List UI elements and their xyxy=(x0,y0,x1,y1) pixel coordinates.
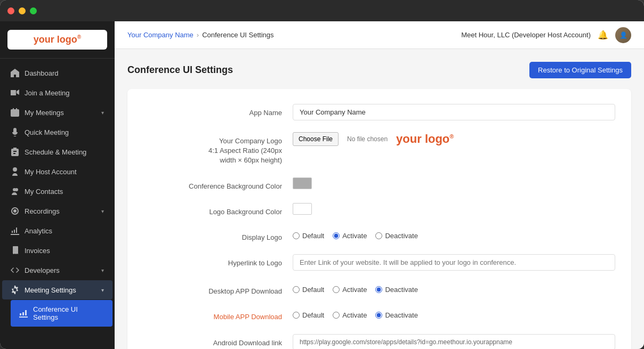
display-logo-default-label: Default xyxy=(302,232,324,240)
company-logo-label: Your Company Logo 4:1 Aspect Ratio (240p… xyxy=(143,132,282,166)
logo-text: your logo® xyxy=(34,34,81,45)
bg-color-control xyxy=(293,177,615,189)
settings-card: App Name Your Company Logo 4:1 Aspect Ra… xyxy=(127,89,631,349)
analytics-icon xyxy=(11,226,19,235)
mobile-download-default-label: Default xyxy=(302,311,324,319)
svg-point-1 xyxy=(13,209,17,213)
user-avatar[interactable]: 👤 xyxy=(615,27,631,43)
app-name-input[interactable] xyxy=(293,104,615,120)
sidebar: your logo® Dashboard Join a Meeting My M… xyxy=(0,21,115,349)
display-logo-deactivate[interactable]: Deactivate xyxy=(375,232,417,240)
display-logo-control: Default Activate Deactivate xyxy=(293,229,615,240)
mobile-download-activate[interactable]: Activate xyxy=(333,311,367,319)
minimize-button[interactable] xyxy=(19,7,26,14)
breadcrumb-current: Conference UI Settings xyxy=(202,31,273,39)
sidebar-item-conference-ui[interactable]: Conference UI Settings xyxy=(11,300,112,327)
desktop-download-activate[interactable]: Activate xyxy=(333,286,367,294)
users-icon xyxy=(11,187,19,196)
breadcrumb: Your Company Name › Conference UI Settin… xyxy=(127,31,274,39)
sidebar-label-dashboard: Dashboard xyxy=(25,69,59,77)
breadcrumb-company[interactable]: Your Company Name xyxy=(127,31,194,39)
sidebar-label-developers: Developers xyxy=(25,266,60,274)
gear-icon xyxy=(11,286,19,294)
mobile-download-activate-radio[interactable] xyxy=(333,312,340,319)
hyperlink-logo-input[interactable] xyxy=(293,254,615,271)
bg-color-row: Conference Background Color xyxy=(143,177,615,191)
sidebar-label-join-meeting: Join a Meeting xyxy=(25,89,70,97)
display-logo-default[interactable]: Default xyxy=(293,232,324,240)
sidebar-item-dashboard[interactable]: Dashboard xyxy=(2,63,112,83)
mobile-download-activate-label: Activate xyxy=(342,311,367,319)
sidebar-item-my-meetings[interactable]: My Meetings ▾ xyxy=(2,103,112,122)
sidebar-item-join-meeting[interactable]: Join a Meeting xyxy=(2,83,112,102)
sidebar-item-my-contacts[interactable]: My Contacts xyxy=(2,182,112,201)
display-logo-activate-radio[interactable] xyxy=(333,232,340,239)
hyperlink-logo-row: Hyperlink to Logo xyxy=(143,254,615,271)
user-icon xyxy=(11,167,19,176)
mobile-download-deactivate-label: Deactivate xyxy=(385,311,417,319)
app-name-row: App Name xyxy=(143,104,615,120)
logo-box: your logo® xyxy=(7,30,107,50)
page-content: Conference UI Settings Restore to Origin… xyxy=(115,49,644,349)
sidebar-label-schedule: Schedule & Meeting xyxy=(25,148,86,156)
sidebar-label-quick-meeting: Quick Meeting xyxy=(25,128,69,136)
sidebar-item-invoices[interactable]: Invoices xyxy=(2,241,112,260)
logo-label-line2: 4:1 Aspect Ratio (240px xyxy=(208,147,282,155)
desktop-download-deactivate-radio[interactable] xyxy=(375,286,382,293)
display-logo-deactivate-radio[interactable] xyxy=(375,232,382,239)
mic-icon xyxy=(11,128,19,136)
logo-bg-color-control xyxy=(293,203,615,215)
logo-label-line3: width × 60px height) xyxy=(220,156,282,164)
desktop-download-default-radio[interactable] xyxy=(293,286,300,293)
sidebar-label-host-account: My Host Account xyxy=(25,168,77,176)
mobile-download-default[interactable]: Default xyxy=(293,311,324,319)
desktop-download-deactivate[interactable]: Deactivate xyxy=(375,286,417,294)
sidebar-label-conference-ui: Conference UI Settings xyxy=(33,305,104,321)
topbar-right: Meet Hour, LLC (Developer Host Account) … xyxy=(461,27,631,43)
logo-logo: logo xyxy=(57,34,77,45)
desktop-download-activate-radio[interactable] xyxy=(333,286,340,293)
display-logo-activate-label: Activate xyxy=(342,232,367,240)
logo-control: Choose File No file chosen your logo® xyxy=(293,132,615,146)
android-link-label: Android Download link xyxy=(143,334,282,348)
app-name-control xyxy=(293,104,615,120)
desktop-download-default-label: Default xyxy=(302,286,324,294)
mobile-download-deactivate[interactable]: Deactivate xyxy=(375,311,417,319)
video-icon xyxy=(11,88,19,97)
restore-settings-button[interactable]: Restore to Original Settings xyxy=(529,62,631,78)
display-logo-activate[interactable]: Activate xyxy=(333,232,367,240)
notification-bell-icon[interactable]: 🔔 xyxy=(597,29,609,41)
desktop-download-default[interactable]: Default xyxy=(293,286,324,294)
logo-your: your xyxy=(34,34,57,45)
display-logo-default-radio[interactable] xyxy=(293,232,300,239)
sidebar-item-analytics[interactable]: Analytics xyxy=(2,221,112,240)
logo-bg-color-label: Logo Background Color xyxy=(143,203,282,217)
sidebar-label-my-contacts: My Contacts xyxy=(25,188,63,196)
bg-color-swatch[interactable] xyxy=(293,177,312,189)
mobile-download-deactivate-radio[interactable] xyxy=(375,312,382,319)
maximize-button[interactable] xyxy=(30,7,37,14)
schedule-icon xyxy=(11,148,19,156)
mobile-download-row: Mobile APP Download Default Activate xyxy=(143,308,615,322)
logo-label-line1: Your Company Logo xyxy=(219,137,282,145)
preview-your: your xyxy=(396,132,425,145)
preview-reg: ® xyxy=(449,133,454,140)
mobile-download-default-radio[interactable] xyxy=(293,312,300,319)
sidebar-item-schedule-meeting[interactable]: Schedule & Meeting xyxy=(2,142,112,161)
logo-bg-color-row: Logo Background Color xyxy=(143,203,615,217)
sidebar-item-quick-meeting[interactable]: Quick Meeting xyxy=(2,123,112,142)
bar-chart-icon xyxy=(19,309,28,318)
hyperlink-logo-label: Hyperlink to Logo xyxy=(143,254,282,268)
sidebar-item-meeting-settings[interactable]: Meeting Settings ▾ xyxy=(2,280,112,299)
nav-items: Dashboard Join a Meeting My Meetings ▾ Q… xyxy=(0,59,115,349)
choose-file-button[interactable]: Choose File xyxy=(293,132,339,146)
company-logo-row: Your Company Logo 4:1 Aspect Ratio (240p… xyxy=(143,132,615,166)
close-button[interactable] xyxy=(7,7,14,14)
sidebar-item-my-host-account[interactable]: My Host Account xyxy=(2,162,112,181)
sidebar-label-invoices: Invoices xyxy=(25,247,50,255)
desktop-download-control: Default Activate Deactivate xyxy=(293,282,615,294)
sidebar-item-recordings[interactable]: Recordings ▾ xyxy=(2,201,112,221)
android-link-input[interactable] xyxy=(293,334,615,350)
logo-bg-color-swatch[interactable] xyxy=(293,203,312,215)
sidebar-item-developers[interactable]: Developers ▾ xyxy=(2,261,112,280)
